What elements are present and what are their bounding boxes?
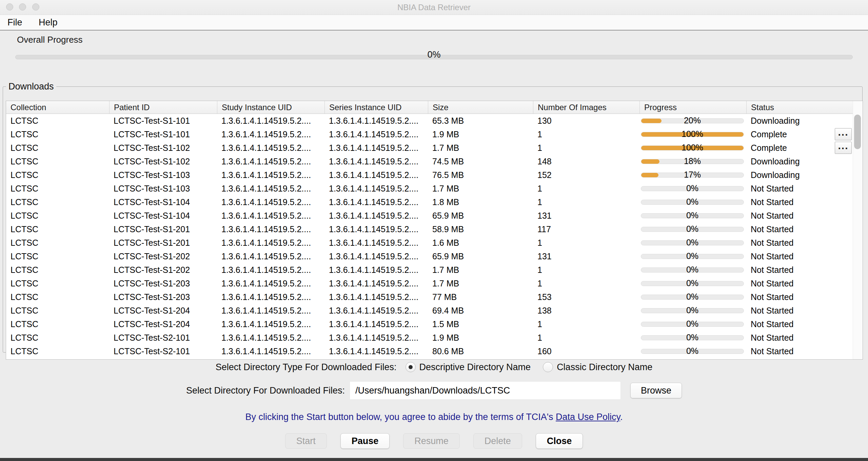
size-cell: 76.5 MB	[428, 168, 533, 182]
size-cell: 1.8 MB	[428, 195, 533, 209]
table-row[interactable]: LCTSCLCTSC-Test-S1-1041.3.6.1.4.1.14519.…	[6, 195, 853, 209]
status-cell: Downloading	[746, 168, 853, 182]
scrollbar-thumb[interactable]	[854, 115, 861, 149]
table-row[interactable]: LCTSCLCTSC-Test-S2-1011.3.6.1.4.1.14519.…	[6, 331, 853, 344]
column-header-number-of-images[interactable]: Number Of Images	[533, 101, 639, 114]
study-uid-cell: 1.3.6.1.4.1.14519.5.2....	[217, 277, 324, 290]
status-cell: Not Started	[746, 317, 853, 331]
column-header-patient-id[interactable]: Patient ID	[109, 101, 217, 114]
status-cell: Not Started	[746, 290, 853, 304]
agreement-text: By clicking the Start button below, you …	[0, 409, 868, 424]
directory-type-option-0[interactable]: Descriptive Directory Name	[406, 362, 531, 373]
column-header-progress[interactable]: Progress	[639, 101, 746, 114]
study-uid-cell: 1.3.6.1.4.1.14519.5.2....	[217, 304, 324, 317]
row-progress-value: 100%	[641, 141, 744, 154]
images-cell: 152	[533, 168, 639, 182]
row-options-button[interactable]: ...	[835, 128, 852, 140]
series-uid-cell: 1.3.6.1.4.1.14519.5.2....	[324, 331, 428, 344]
images-cell: 148	[533, 155, 639, 168]
menu-file[interactable]: File	[7, 15, 22, 30]
collection-cell: LCTSC	[6, 222, 109, 236]
study-uid-cell: 1.3.6.1.4.1.14519.5.2....	[217, 209, 324, 222]
table-header: CollectionPatient IDStudy Instance UIDSe…	[6, 101, 853, 114]
table-row[interactable]: LCTSCLCTSC-Test-S2-1011.3.6.1.4.1.14519.…	[6, 344, 853, 358]
table-row[interactable]: LCTSCLCTSC-Test-S1-2041.3.6.1.4.1.14519.…	[6, 304, 853, 317]
row-options-button[interactable]: ...	[835, 142, 852, 154]
close-button[interactable]: Close	[536, 433, 583, 449]
table-row[interactable]: LCTSCLCTSC-Test-S1-1021.3.6.1.4.1.14519.…	[6, 141, 853, 155]
table-row[interactable]: LCTSCLCTSC-Test-S1-1031.3.6.1.4.1.14519.…	[6, 182, 853, 195]
table-row[interactable]: LCTSCLCTSC-Test-S1-2011.3.6.1.4.1.14519.…	[6, 222, 853, 236]
table-row[interactable]: LCTSCLCTSC-Test-S1-2021.3.6.1.4.1.14519.…	[6, 263, 853, 277]
column-header-collection[interactable]: Collection	[6, 101, 109, 114]
size-cell: 80.6 MB	[428, 344, 533, 358]
pause-button[interactable]: Pause	[340, 433, 390, 449]
study-uid-cell: 1.3.6.1.4.1.14519.5.2....	[217, 127, 324, 141]
images-cell: 131	[533, 209, 639, 222]
column-header-series-instance-uid[interactable]: Series Instance UID	[324, 101, 428, 114]
directory-type-option-1[interactable]: Classic Directory Name	[543, 362, 652, 373]
status-cell: Not Started	[746, 222, 853, 236]
table-body: LCTSCLCTSC-Test-S1-1011.3.6.1.4.1.14519.…	[6, 114, 863, 358]
column-header-status[interactable]: Status	[746, 101, 853, 114]
collection-cell: LCTSC	[6, 236, 109, 249]
status-cell: Not Started	[746, 182, 853, 195]
row-progress-value: 0%	[641, 182, 744, 195]
row-progress-value: 0%	[641, 263, 744, 276]
size-cell: 1.7 MB	[428, 182, 533, 195]
data-use-policy-link[interactable]: Data Use Policy	[556, 412, 620, 422]
table-row[interactable]: LCTSCLCTSC-Test-S1-1011.3.6.1.4.1.14519.…	[6, 114, 853, 127]
series-uid-cell: 1.3.6.1.4.1.14519.5.2....	[324, 317, 428, 331]
series-uid-cell: 1.3.6.1.4.1.14519.5.2....	[324, 304, 428, 317]
radio-selected-icon[interactable]	[406, 362, 416, 372]
patient-id-cell: LCTSC-Test-S1-101	[109, 127, 217, 141]
study-uid-cell: 1.3.6.1.4.1.14519.5.2....	[217, 222, 324, 236]
table-row[interactable]: LCTSCLCTSC-Test-S1-1011.3.6.1.4.1.14519.…	[6, 127, 853, 141]
study-uid-cell: 1.3.6.1.4.1.14519.5.2....	[217, 263, 324, 277]
size-cell: 1.5 MB	[428, 317, 533, 331]
progress-cell: 0%	[639, 222, 746, 236]
study-uid-cell: 1.3.6.1.4.1.14519.5.2....	[217, 155, 324, 168]
status-cell: Not Started	[746, 331, 853, 344]
size-cell: 65.9 MB	[428, 249, 533, 263]
progress-cell: 0%	[639, 344, 746, 358]
collection-cell: LCTSC	[6, 155, 109, 168]
series-uid-cell: 1.3.6.1.4.1.14519.5.2....	[324, 195, 428, 209]
column-header-size[interactable]: Size	[428, 101, 533, 114]
row-progress-value: 0%	[641, 344, 744, 357]
progress-cell: 0%	[639, 209, 746, 222]
row-progress-value: 0%	[641, 236, 744, 249]
column-header-study-instance-uid[interactable]: Study Instance UID	[217, 101, 324, 114]
study-uid-cell: 1.3.6.1.4.1.14519.5.2....	[217, 168, 324, 182]
progress-cell: 0%	[639, 236, 746, 249]
table-row[interactable]: LCTSCLCTSC-Test-S1-1021.3.6.1.4.1.14519.…	[6, 155, 853, 168]
row-progress-value: 100%	[641, 127, 744, 140]
study-uid-cell: 1.3.6.1.4.1.14519.5.2....	[217, 114, 324, 127]
collection-cell: LCTSC	[6, 331, 109, 344]
vertical-scrollbar[interactable]	[853, 101, 863, 359]
radio-unselected-icon[interactable]	[543, 362, 553, 372]
table-row[interactable]: LCTSCLCTSC-Test-S1-2011.3.6.1.4.1.14519.…	[6, 236, 853, 249]
collection-cell: LCTSC	[6, 304, 109, 317]
patient-id-cell: LCTSC-Test-S1-102	[109, 141, 217, 155]
table-row[interactable]: LCTSCLCTSC-Test-S1-2041.3.6.1.4.1.14519.…	[6, 317, 853, 331]
directory-path-input[interactable]	[350, 381, 621, 400]
row-progress-value: 0%	[641, 195, 744, 208]
action-buttons-row: StartPauseResumeDeleteClose	[0, 433, 868, 449]
radio-option-label: Descriptive Directory Name	[419, 362, 531, 373]
row-progress-value: 0%	[641, 317, 744, 330]
table-row[interactable]: LCTSCLCTSC-Test-S1-2021.3.6.1.4.1.14519.…	[6, 249, 853, 263]
progress-cell: 20%	[639, 114, 746, 127]
table-row[interactable]: LCTSCLCTSC-Test-S1-2031.3.6.1.4.1.14519.…	[6, 290, 853, 304]
series-uid-cell: 1.3.6.1.4.1.14519.5.2....	[324, 277, 428, 290]
menu-help[interactable]: Help	[39, 15, 58, 30]
progress-cell: 18%	[639, 155, 746, 168]
row-progress-value: 0%	[641, 249, 744, 262]
collection-cell: LCTSC	[6, 344, 109, 358]
browse-button[interactable]: Browse	[630, 383, 682, 398]
table-row[interactable]: LCTSCLCTSC-Test-S1-1031.3.6.1.4.1.14519.…	[6, 168, 853, 182]
table-row[interactable]: LCTSCLCTSC-Test-S1-2031.3.6.1.4.1.14519.…	[6, 277, 853, 290]
progress-cell: 0%	[639, 195, 746, 209]
size-cell: 69.4 MB	[428, 304, 533, 317]
table-row[interactable]: LCTSCLCTSC-Test-S1-1041.3.6.1.4.1.14519.…	[6, 209, 853, 222]
